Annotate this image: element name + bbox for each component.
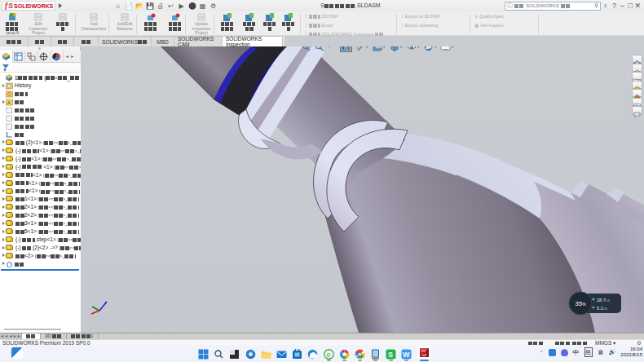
- svg-text:A: A: [7, 100, 11, 105]
- svg-text:e: e: [326, 350, 330, 358]
- svg-text:S: S: [388, 351, 393, 359]
- svg-text:28.7KB: 28.7KB: [597, 298, 610, 302]
- svg-text:35%: 35%: [575, 300, 586, 307]
- svg-text:W: W: [403, 351, 410, 359]
- svg-text:5.1KB: 5.1KB: [597, 306, 607, 311]
